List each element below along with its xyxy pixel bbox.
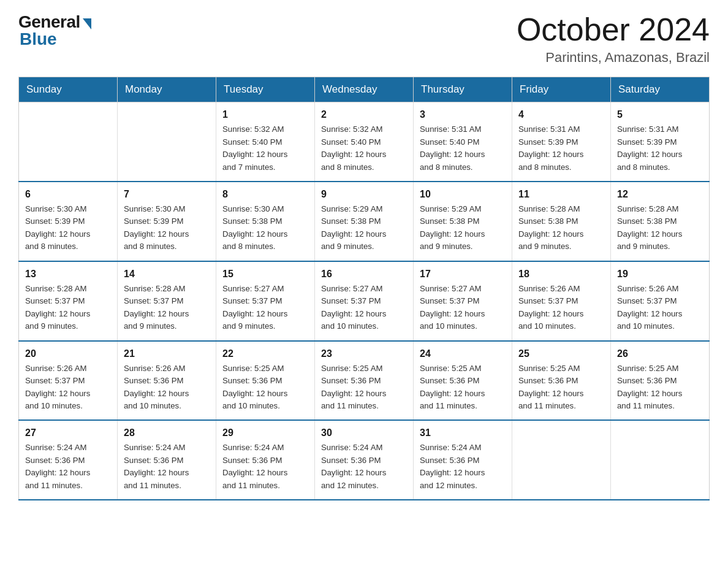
day-number: 20 xyxy=(25,347,111,361)
day-number: 21 xyxy=(124,347,210,361)
calendar-cell: 8Sunrise: 5:30 AMSunset: 5:38 PMDaylight… xyxy=(216,182,315,261)
day-info: Sunrise: 5:28 AMSunset: 5:38 PMDaylight:… xyxy=(617,203,703,253)
day-number: 13 xyxy=(25,267,111,282)
calendar-cell: 27Sunrise: 5:24 AMSunset: 5:36 PMDayligh… xyxy=(19,420,118,500)
day-number: 15 xyxy=(222,267,308,282)
calendar-cell: 26Sunrise: 5:25 AMSunset: 5:36 PMDayligh… xyxy=(611,341,710,421)
calendar-cell: 5Sunrise: 5:31 AMSunset: 5:39 PMDaylight… xyxy=(611,102,710,182)
day-info: Sunrise: 5:24 AMSunset: 5:36 PMDaylight:… xyxy=(124,442,210,492)
calendar-cell: 2Sunrise: 5:32 AMSunset: 5:40 PMDaylight… xyxy=(315,102,414,182)
day-number: 24 xyxy=(420,347,506,361)
day-info: Sunrise: 5:24 AMSunset: 5:36 PMDaylight:… xyxy=(321,442,407,492)
day-number: 5 xyxy=(617,107,703,122)
calendar-cell: 9Sunrise: 5:29 AMSunset: 5:38 PMDaylight… xyxy=(315,182,414,261)
calendar-cell: 17Sunrise: 5:27 AMSunset: 5:37 PMDayligh… xyxy=(414,261,512,341)
calendar-cell xyxy=(611,420,710,500)
day-number: 22 xyxy=(222,347,308,361)
day-number: 19 xyxy=(617,267,703,282)
calendar-cell: 21Sunrise: 5:26 AMSunset: 5:36 PMDayligh… xyxy=(118,341,216,421)
calendar-week-row: 20Sunrise: 5:26 AMSunset: 5:37 PMDayligh… xyxy=(19,341,710,421)
calendar-cell: 6Sunrise: 5:30 AMSunset: 5:39 PMDaylight… xyxy=(19,182,118,261)
calendar-cell: 28Sunrise: 5:24 AMSunset: 5:36 PMDayligh… xyxy=(118,420,216,500)
logo: General Blue xyxy=(18,12,91,49)
day-number: 30 xyxy=(321,426,407,440)
day-info: Sunrise: 5:27 AMSunset: 5:37 PMDaylight:… xyxy=(321,283,407,333)
day-info: Sunrise: 5:25 AMSunset: 5:36 PMDaylight:… xyxy=(518,362,604,413)
day-info: Sunrise: 5:25 AMSunset: 5:36 PMDaylight:… xyxy=(420,362,506,413)
day-info: Sunrise: 5:24 AMSunset: 5:36 PMDaylight:… xyxy=(222,442,308,492)
calendar-cell: 15Sunrise: 5:27 AMSunset: 5:37 PMDayligh… xyxy=(216,261,315,341)
day-of-week-header: Thursday xyxy=(414,77,512,102)
calendar-cell: 19Sunrise: 5:26 AMSunset: 5:37 PMDayligh… xyxy=(611,261,710,341)
calendar-cell: 22Sunrise: 5:25 AMSunset: 5:36 PMDayligh… xyxy=(216,341,315,421)
day-of-week-header: Friday xyxy=(512,77,611,102)
day-number: 12 xyxy=(617,187,703,202)
day-of-week-header: Wednesday xyxy=(315,77,414,102)
calendar-header: SundayMondayTuesdayWednesdayThursdayFrid… xyxy=(19,77,710,102)
title-block: October 2024 Parintins, Amazonas, Brazil xyxy=(517,12,710,66)
day-number: 16 xyxy=(321,267,407,282)
calendar-cell xyxy=(118,102,216,182)
day-number: 28 xyxy=(124,426,210,440)
day-info: Sunrise: 5:25 AMSunset: 5:36 PMDaylight:… xyxy=(321,362,407,413)
calendar-cell xyxy=(19,102,118,182)
calendar-table: SundayMondayTuesdayWednesdayThursdayFrid… xyxy=(18,77,710,500)
calendar-cell: 16Sunrise: 5:27 AMSunset: 5:37 PMDayligh… xyxy=(315,261,414,341)
day-info: Sunrise: 5:30 AMSunset: 5:39 PMDaylight:… xyxy=(25,203,111,253)
calendar-cell: 14Sunrise: 5:28 AMSunset: 5:37 PMDayligh… xyxy=(118,261,216,341)
calendar-week-row: 13Sunrise: 5:28 AMSunset: 5:37 PMDayligh… xyxy=(19,261,710,341)
day-number: 26 xyxy=(617,347,703,361)
day-info: Sunrise: 5:26 AMSunset: 5:37 PMDaylight:… xyxy=(25,362,111,413)
calendar-cell: 25Sunrise: 5:25 AMSunset: 5:36 PMDayligh… xyxy=(512,341,611,421)
day-info: Sunrise: 5:27 AMSunset: 5:37 PMDaylight:… xyxy=(420,283,506,333)
day-info: Sunrise: 5:28 AMSunset: 5:38 PMDaylight:… xyxy=(518,203,604,253)
day-number: 6 xyxy=(25,187,111,202)
day-info: Sunrise: 5:25 AMSunset: 5:36 PMDaylight:… xyxy=(222,362,308,413)
calendar-cell: 4Sunrise: 5:31 AMSunset: 5:39 PMDaylight… xyxy=(512,102,611,182)
calendar-cell: 13Sunrise: 5:28 AMSunset: 5:37 PMDayligh… xyxy=(19,261,118,341)
day-info: Sunrise: 5:28 AMSunset: 5:37 PMDaylight:… xyxy=(124,283,210,333)
day-number: 10 xyxy=(420,187,506,202)
calendar-cell xyxy=(512,420,611,500)
calendar-cell: 7Sunrise: 5:30 AMSunset: 5:39 PMDaylight… xyxy=(118,182,216,261)
day-info: Sunrise: 5:26 AMSunset: 5:37 PMDaylight:… xyxy=(617,283,703,333)
calendar-body: 1Sunrise: 5:32 AMSunset: 5:40 PMDaylight… xyxy=(19,102,710,500)
day-info: Sunrise: 5:24 AMSunset: 5:36 PMDaylight:… xyxy=(25,442,111,492)
day-info: Sunrise: 5:26 AMSunset: 5:37 PMDaylight:… xyxy=(518,283,604,333)
day-number: 25 xyxy=(518,347,604,361)
calendar-cell: 3Sunrise: 5:31 AMSunset: 5:40 PMDaylight… xyxy=(414,102,512,182)
day-info: Sunrise: 5:31 AMSunset: 5:40 PMDaylight:… xyxy=(420,123,506,174)
day-number: 3 xyxy=(420,107,506,122)
day-info: Sunrise: 5:28 AMSunset: 5:37 PMDaylight:… xyxy=(25,283,111,333)
calendar-cell: 12Sunrise: 5:28 AMSunset: 5:38 PMDayligh… xyxy=(611,182,710,261)
day-number: 11 xyxy=(518,187,604,202)
day-info: Sunrise: 5:29 AMSunset: 5:38 PMDaylight:… xyxy=(321,203,407,253)
day-info: Sunrise: 5:29 AMSunset: 5:38 PMDaylight:… xyxy=(420,203,506,253)
day-of-week-header: Saturday xyxy=(611,77,710,102)
calendar-cell: 31Sunrise: 5:24 AMSunset: 5:36 PMDayligh… xyxy=(414,420,512,500)
day-number: 9 xyxy=(321,187,407,202)
day-number: 2 xyxy=(321,107,407,122)
day-number: 7 xyxy=(124,187,210,202)
calendar-cell: 18Sunrise: 5:26 AMSunset: 5:37 PMDayligh… xyxy=(512,261,611,341)
day-info: Sunrise: 5:32 AMSunset: 5:40 PMDaylight:… xyxy=(222,123,308,174)
day-number: 31 xyxy=(420,426,506,440)
days-of-week-row: SundayMondayTuesdayWednesdayThursdayFrid… xyxy=(19,77,710,102)
page-header: General Blue October 2024 Parintins, Ama… xyxy=(18,12,710,66)
day-of-week-header: Monday xyxy=(118,77,216,102)
calendar-cell: 29Sunrise: 5:24 AMSunset: 5:36 PMDayligh… xyxy=(216,420,315,500)
day-info: Sunrise: 5:26 AMSunset: 5:36 PMDaylight:… xyxy=(124,362,210,413)
day-number: 17 xyxy=(420,267,506,282)
day-number: 4 xyxy=(518,107,604,122)
day-info: Sunrise: 5:32 AMSunset: 5:40 PMDaylight:… xyxy=(321,123,407,174)
day-info: Sunrise: 5:31 AMSunset: 5:39 PMDaylight:… xyxy=(617,123,703,174)
day-of-week-header: Sunday xyxy=(19,77,118,102)
calendar-cell: 24Sunrise: 5:25 AMSunset: 5:36 PMDayligh… xyxy=(414,341,512,421)
day-info: Sunrise: 5:30 AMSunset: 5:38 PMDaylight:… xyxy=(222,203,308,253)
calendar-cell: 30Sunrise: 5:24 AMSunset: 5:36 PMDayligh… xyxy=(315,420,414,500)
day-number: 29 xyxy=(222,426,308,440)
calendar-week-row: 6Sunrise: 5:30 AMSunset: 5:39 PMDaylight… xyxy=(19,182,710,261)
logo-blue-text: Blue xyxy=(20,29,57,49)
day-info: Sunrise: 5:31 AMSunset: 5:39 PMDaylight:… xyxy=(518,123,604,174)
day-number: 14 xyxy=(124,267,210,282)
